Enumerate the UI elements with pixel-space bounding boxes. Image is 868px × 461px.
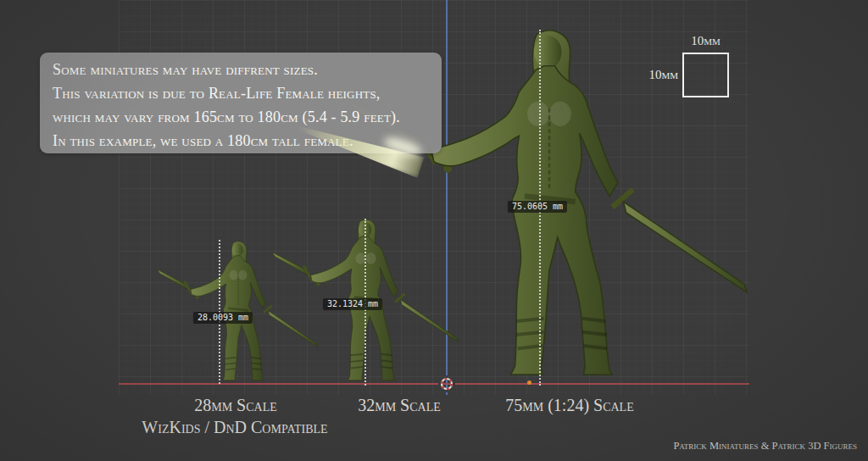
caption-28mm-scale: 28mm Scale (194, 396, 277, 415)
reference-square-side-label: 10mm (626, 68, 678, 82)
caption-75mm-scale: 75mm (1:24) Scale (505, 396, 633, 415)
info-line-1: Some miniatures may have diffrent sizes. (53, 58, 442, 81)
info-line-3: which may vary from 165cm to 180cm (5.4 … (53, 105, 442, 129)
viewport-canvas[interactable]: { "info_box": { "lines": [ "Some miniatu… (0, 0, 868, 461)
measurement-label-75mm: 75.0605 mm (508, 201, 567, 213)
reference-square-10mm (682, 53, 729, 97)
measurement-label-28mm: 28.0093 mm (193, 312, 253, 324)
measurement-label-32mm: 32.1324 mm (323, 298, 382, 310)
reference-square-top-label: 10mm (682, 34, 729, 48)
info-line-4: In this example, we used a 180cm tall fe… (53, 129, 442, 153)
object-origin-dot (527, 380, 531, 385)
caption-32mm-scale: 32mm Scale (358, 396, 441, 415)
caption-28mm-compatibility: WizKids / DnD Compatible (142, 418, 327, 437)
footer-credit: Patrick Miniatures & Patrick 3D Figures (673, 440, 857, 453)
info-line-2: This variation is due to Real-Life Femal… (53, 81, 442, 105)
info-box: Some miniatures may have diffrent sizes.… (40, 53, 442, 153)
